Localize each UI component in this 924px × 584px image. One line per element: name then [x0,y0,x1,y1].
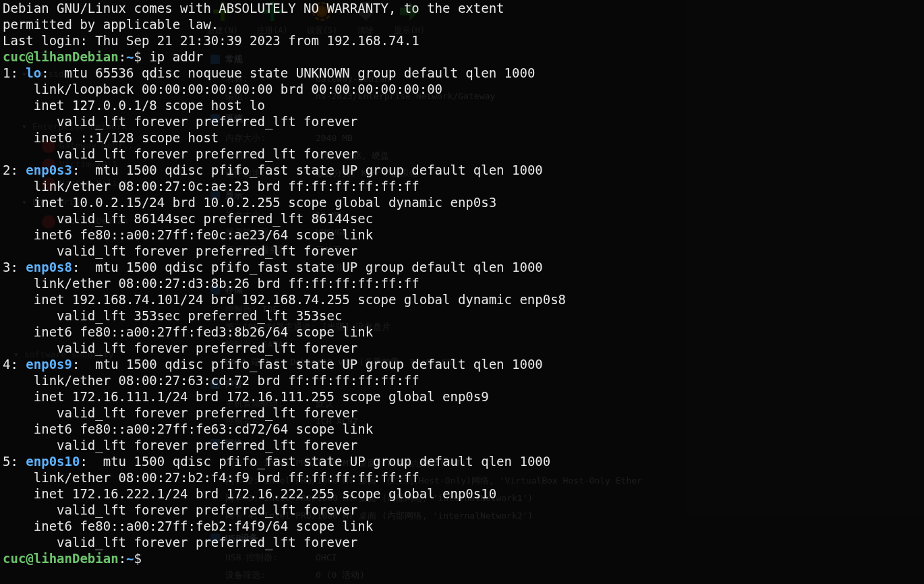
terminal-line: 5: enp0s10: mtu 1500 qdisc pfifo_fast st… [3,453,921,469]
terminal-line: 3: enp0s8: mtu 1500 qdisc pfifo_fast sta… [3,259,921,275]
terminal-line: 1: lo: mtu 65536 qdisc noqueue state UNK… [3,65,921,81]
terminal-line: inet6 fe80::a00:27ff:fed3:8b26/64 scope … [3,324,921,340]
terminal-line: 4: enp0s9: mtu 1500 qdisc pfifo_fast sta… [3,356,921,372]
terminal-line: valid_lft 86144sec preferred_lft 86144se… [3,210,921,227]
terminal-line: inet 172.16.222.1/24 brd 172.16.222.255 … [3,486,921,502]
iface-name: lo [26,65,41,80]
typed-command: ip addr [149,49,203,64]
prompt-user: cuc [3,551,26,566]
terminal-line: valid_lft forever preferred_lft forever [3,405,921,421]
terminal-line: link/ether 08:00:27:63:cd:72 brd ff:ff:f… [3,372,921,388]
prompt-line[interactable]: cuc@lihanDebian:~$ [3,550,921,566]
prompt-path: ~ [126,551,134,566]
terminal-line: link/loopback 00:00:00:00:00:00 brd 00:0… [3,81,921,97]
terminal-line: inet6 ::1/128 scope host [3,129,921,146]
terminal-line: link/ether 08:00:27:d3:8b:26 brd ff:ff:f… [3,275,921,291]
terminal-line: inet6 fe80::a00:27ff:fe0c:ae23/64 scope … [3,227,921,243]
prompt-at: @ [26,551,33,566]
terminal-line: inet 10.0.2.15/24 brd 10.0.2.255 scope g… [3,194,921,210]
terminal-line: valid_lft forever preferred_lft forever [3,534,921,550]
prompt-path: ~ [126,49,134,64]
terminal-line: inet6 fe80::a00:27ff:feb2:f4f9/64 scope … [3,518,921,534]
terminal-line: inet 172.16.111.1/24 brd 172.16.111.255 … [3,388,921,405]
terminal-line: permitted by applicable law. [3,16,921,32]
terminal-line: link/ether 08:00:27:b2:f4:f9 brd ff:ff:f… [3,469,921,486]
iface-name: enp0s9 [26,357,72,372]
terminal-line: link/ether 08:00:27:0c:ae:23 brd ff:ff:f… [3,178,921,194]
iface-name: enp0s10 [26,454,80,469]
prompt-host: lihanDebian [34,49,119,64]
prompt-at: @ [26,49,33,64]
prompt-host: lihanDebian [34,551,119,566]
terminal-line: inet 127.0.0.1/8 scope host lo [3,97,921,113]
iface-name: enp0s3 [26,163,72,177]
terminal-line: inet 192.168.74.101/24 brd 192.168.74.25… [3,291,921,308]
terminal-line: inet6 fe80::a00:27ff:fe63:cd72/64 scope … [3,421,921,437]
terminal-line: valid_lft forever preferred_lft forever [3,146,921,162]
terminal-line: valid_lft forever preferred_lft forever [3,113,921,129]
terminal-line: Debian GNU/Linux comes with ABSOLUTELY N… [3,0,921,16]
terminal-line: valid_lft 353sec preferred_lft 353sec [3,308,921,324]
terminal-line: Last login: Thu Sep 21 21:30:39 2023 fro… [3,32,921,49]
terminal-line: valid_lft forever preferred_lft forever [3,437,921,453]
terminal-line: valid_lft forever preferred_lft forever [3,340,921,356]
iface-name: enp0s8 [26,260,72,274]
terminal[interactable]: Debian GNU/Linux comes with ABSOLUTELY N… [0,0,924,584]
prompt-line: cuc@lihanDebian:~$ ip addr [3,49,921,65]
terminal-line: valid_lft forever preferred_lft forever [3,243,921,259]
terminal-line: valid_lft forever preferred_lft forever [3,502,921,518]
terminal-line: 2: enp0s3: mtu 1500 qdisc pfifo_fast sta… [3,162,921,178]
prompt-user: cuc [3,49,26,64]
